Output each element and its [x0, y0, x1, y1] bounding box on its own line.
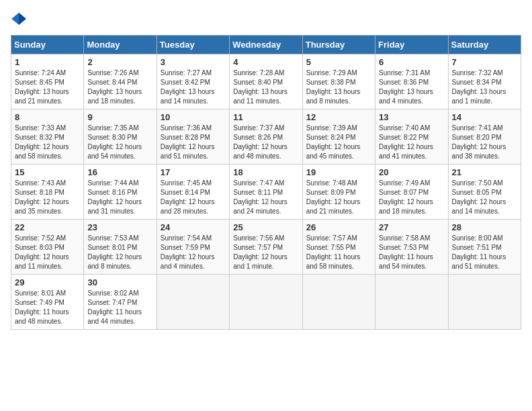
day-number: 9 [87, 112, 152, 122]
day-number: 11 [233, 112, 298, 122]
day-number: 8 [15, 112, 80, 122]
calendar-cell: 29Sunrise: 8:01 AM Sunset: 7:49 PM Dayli… [11, 275, 84, 330]
day-info: Sunrise: 7:57 AM Sunset: 7:55 PM Dayligh… [306, 234, 371, 271]
calendar-cell: 18Sunrise: 7:47 AM Sunset: 8:11 PM Dayli… [230, 165, 302, 220]
day-number: 2 [87, 57, 152, 67]
day-info: Sunrise: 7:44 AM Sunset: 8:16 PM Dayligh… [87, 179, 152, 216]
day-info: Sunrise: 7:31 AM Sunset: 8:36 PM Dayligh… [379, 68, 444, 106]
calendar-cell: 24Sunrise: 7:54 AM Sunset: 7:59 PM Dayli… [157, 220, 229, 275]
calendar-cell [375, 275, 448, 330]
day-info: Sunrise: 7:52 AM Sunset: 8:03 PM Dayligh… [15, 234, 80, 271]
calendar-cell: 19Sunrise: 7:48 AM Sunset: 8:09 PM Dayli… [302, 165, 375, 220]
calendar-week-row: 15Sunrise: 7:43 AM Sunset: 8:18 PM Dayli… [11, 165, 521, 220]
day-number: 15 [15, 167, 80, 177]
calendar-cell: 3Sunrise: 7:27 AM Sunset: 8:42 PM Daylig… [157, 54, 229, 109]
calendar-cell: 9Sunrise: 7:35 AM Sunset: 8:30 PM Daylig… [84, 109, 157, 165]
calendar-cell: 10Sunrise: 7:36 AM Sunset: 8:28 PM Dayli… [157, 109, 229, 165]
day-number: 17 [161, 167, 226, 177]
header-cell-wednesday: Wednesday [230, 36, 302, 54]
calendar-header-row: SundayMondayTuesdayWednesdayThursdayFrid… [11, 36, 521, 54]
calendar-cell: 14Sunrise: 7:41 AM Sunset: 8:20 PM Dayli… [448, 109, 521, 165]
calendar-cell [302, 275, 375, 330]
day-info: Sunrise: 7:27 AM Sunset: 8:42 PM Dayligh… [161, 68, 226, 106]
day-info: Sunrise: 8:00 AM Sunset: 7:51 PM Dayligh… [452, 234, 517, 271]
calendar-cell: 1Sunrise: 7:24 AM Sunset: 8:45 PM Daylig… [11, 54, 84, 109]
header-cell-monday: Monday [84, 36, 157, 54]
calendar-cell: 2Sunrise: 7:26 AM Sunset: 8:44 PM Daylig… [84, 54, 157, 109]
day-number: 13 [379, 112, 444, 122]
day-number: 26 [306, 222, 371, 232]
day-number: 24 [161, 222, 226, 232]
day-info: Sunrise: 7:54 AM Sunset: 7:59 PM Dayligh… [161, 234, 226, 271]
day-info: Sunrise: 7:48 AM Sunset: 8:09 PM Dayligh… [306, 179, 371, 216]
day-info: Sunrise: 7:29 AM Sunset: 8:38 PM Dayligh… [306, 68, 371, 106]
day-info: Sunrise: 7:32 AM Sunset: 8:34 PM Dayligh… [452, 68, 517, 106]
day-info: Sunrise: 7:50 AM Sunset: 8:05 PM Dayligh… [452, 179, 517, 216]
calendar-cell: 20Sunrise: 7:49 AM Sunset: 8:07 PM Dayli… [375, 165, 448, 220]
day-info: Sunrise: 7:26 AM Sunset: 8:44 PM Dayligh… [87, 68, 152, 106]
header-cell-tuesday: Tuesday [157, 36, 229, 54]
day-number: 19 [306, 167, 371, 177]
day-number: 14 [452, 112, 517, 122]
day-info: Sunrise: 7:24 AM Sunset: 8:45 PM Dayligh… [15, 68, 80, 106]
day-number: 1 [15, 57, 80, 67]
day-info: Sunrise: 7:39 AM Sunset: 8:24 PM Dayligh… [306, 124, 371, 161]
calendar-cell: 21Sunrise: 7:50 AM Sunset: 8:05 PM Dayli… [448, 165, 521, 220]
calendar-cell: 11Sunrise: 7:37 AM Sunset: 8:26 PM Dayli… [230, 109, 302, 165]
day-info: Sunrise: 7:41 AM Sunset: 8:20 PM Dayligh… [452, 124, 517, 161]
day-info: Sunrise: 7:40 AM Sunset: 8:22 PM Dayligh… [379, 124, 444, 161]
calendar-cell: 8Sunrise: 7:33 AM Sunset: 8:32 PM Daylig… [11, 109, 84, 165]
day-number: 22 [15, 222, 80, 232]
day-number: 16 [87, 167, 152, 177]
day-info: Sunrise: 8:02 AM Sunset: 7:47 PM Dayligh… [87, 289, 152, 326]
day-info: Sunrise: 7:56 AM Sunset: 7:57 PM Dayligh… [233, 234, 298, 271]
logo-icon [11, 11, 27, 27]
calendar-cell: 22Sunrise: 7:52 AM Sunset: 8:03 PM Dayli… [11, 220, 84, 275]
day-number: 5 [306, 57, 371, 67]
day-number: 6 [379, 57, 444, 67]
calendar-cell: 23Sunrise: 7:53 AM Sunset: 8:01 PM Dayli… [84, 220, 157, 275]
day-number: 12 [306, 112, 371, 122]
header-cell-thursday: Thursday [302, 36, 375, 54]
day-number: 7 [452, 57, 517, 67]
day-number: 18 [233, 167, 298, 177]
calendar-week-row: 8Sunrise: 7:33 AM Sunset: 8:32 PM Daylig… [11, 109, 521, 165]
header-cell-friday: Friday [375, 36, 448, 54]
calendar-cell: 17Sunrise: 7:45 AM Sunset: 8:14 PM Dayli… [157, 165, 229, 220]
day-info: Sunrise: 7:43 AM Sunset: 8:18 PM Dayligh… [15, 179, 80, 216]
day-info: Sunrise: 7:37 AM Sunset: 8:26 PM Dayligh… [233, 124, 298, 161]
day-number: 21 [452, 167, 517, 177]
day-info: Sunrise: 7:49 AM Sunset: 8:07 PM Dayligh… [379, 179, 444, 216]
calendar-week-row: 22Sunrise: 7:52 AM Sunset: 8:03 PM Dayli… [11, 220, 521, 275]
day-number: 20 [379, 167, 444, 177]
header-cell-saturday: Saturday [448, 36, 521, 54]
day-number: 28 [452, 222, 517, 232]
day-info: Sunrise: 8:01 AM Sunset: 7:49 PM Dayligh… [15, 289, 80, 326]
calendar-cell: 15Sunrise: 7:43 AM Sunset: 8:18 PM Dayli… [11, 165, 84, 220]
day-number: 29 [15, 277, 80, 287]
calendar-table: SundayMondayTuesdayWednesdayThursdayFrid… [11, 35, 521, 330]
calendar-cell [157, 275, 229, 330]
calendar-cell: 26Sunrise: 7:57 AM Sunset: 7:55 PM Dayli… [302, 220, 375, 275]
day-info: Sunrise: 7:45 AM Sunset: 8:14 PM Dayligh… [161, 179, 226, 216]
calendar-cell [230, 275, 302, 330]
day-info: Sunrise: 7:53 AM Sunset: 8:01 PM Dayligh… [87, 234, 152, 271]
day-info: Sunrise: 7:33 AM Sunset: 8:32 PM Dayligh… [15, 124, 80, 161]
day-info: Sunrise: 7:47 AM Sunset: 8:11 PM Dayligh… [233, 179, 298, 216]
calendar-cell: 6Sunrise: 7:31 AM Sunset: 8:36 PM Daylig… [375, 54, 448, 109]
day-info: Sunrise: 7:58 AM Sunset: 7:53 PM Dayligh… [379, 234, 444, 271]
calendar-cell: 27Sunrise: 7:58 AM Sunset: 7:53 PM Dayli… [375, 220, 448, 275]
calendar-cell: 13Sunrise: 7:40 AM Sunset: 8:22 PM Dayli… [375, 109, 448, 165]
svg-marker-1 [19, 13, 26, 25]
day-number: 4 [233, 57, 298, 67]
day-number: 3 [161, 57, 226, 67]
calendar-cell: 7Sunrise: 7:32 AM Sunset: 8:34 PM Daylig… [448, 54, 521, 109]
header [11, 11, 521, 27]
calendar-week-row: 29Sunrise: 8:01 AM Sunset: 7:49 PM Dayli… [11, 275, 521, 330]
calendar-cell: 30Sunrise: 8:02 AM Sunset: 7:47 PM Dayli… [84, 275, 157, 330]
day-info: Sunrise: 7:28 AM Sunset: 8:40 PM Dayligh… [233, 68, 298, 106]
logo [11, 11, 30, 27]
calendar-cell: 12Sunrise: 7:39 AM Sunset: 8:24 PM Dayli… [302, 109, 375, 165]
day-info: Sunrise: 7:36 AM Sunset: 8:28 PM Dayligh… [161, 124, 226, 161]
day-number: 23 [87, 222, 152, 232]
